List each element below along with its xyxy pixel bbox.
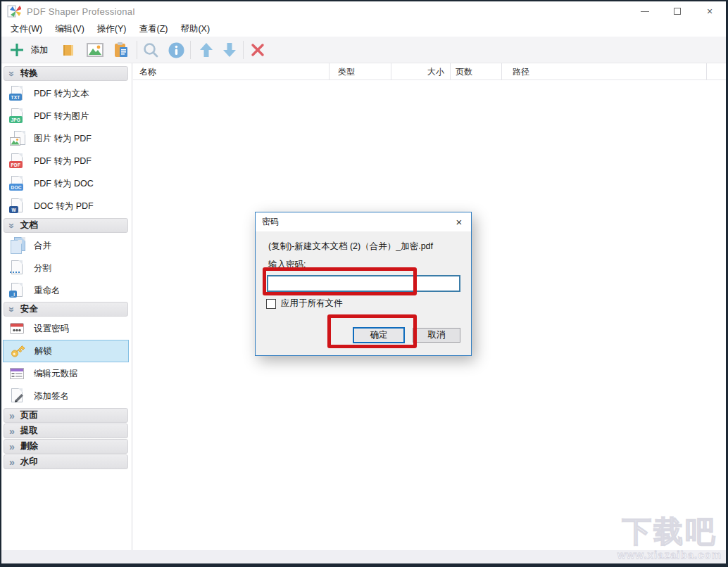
toolbar-separator xyxy=(243,41,244,59)
open-folder-button[interactable] xyxy=(61,37,80,63)
close-icon: × xyxy=(707,6,713,17)
info-icon xyxy=(168,42,184,58)
password-label: 输入密码: xyxy=(268,259,306,271)
section-label: 提取 xyxy=(20,425,38,437)
open-folder-icon xyxy=(62,42,79,58)
sidebar-item-pdf-to-doc[interactable]: DOC PDF 转为 DOC xyxy=(3,172,129,195)
remove-icon xyxy=(250,42,265,58)
menu-help[interactable]: 帮助(X) xyxy=(174,21,216,37)
password-dialog: 密码 × (复制)-新建文本文档 (2)（合并）_加密.pdf 输入密码: 应用… xyxy=(255,212,472,356)
section-header-watermark[interactable]: » 水印 xyxy=(4,454,128,469)
close-button[interactable]: × xyxy=(694,1,726,21)
paste-button[interactable] xyxy=(111,37,131,63)
sidebar-item-pdf-to-text[interactable]: TXT PDF 转为文本 xyxy=(3,82,129,105)
add-icon xyxy=(8,42,25,58)
chevron-collapsed-icon: » xyxy=(9,442,15,452)
dialog-title: 密码 xyxy=(256,216,279,228)
ok-button[interactable]: 确定 xyxy=(353,327,405,343)
section-label: 删除 xyxy=(20,440,38,452)
move-up-button[interactable] xyxy=(196,37,216,63)
column-header-type[interactable]: 类型 xyxy=(338,63,355,80)
doc-file-icon: DOC xyxy=(10,175,25,192)
sidebar-item-pdf-to-image[interactable]: JPG PDF 转为图片 xyxy=(3,105,129,127)
sidebar-item-add-signature[interactable]: 添加签名 xyxy=(3,385,129,407)
chevron-expanded-icon: » xyxy=(7,307,17,312)
apply-all-label: 应用于所有文件 xyxy=(281,298,343,310)
sidebar-item-pdf-to-pdf[interactable]: PDF PDF 转为 PDF xyxy=(3,150,129,172)
jpg-file-icon: JPG xyxy=(10,108,25,125)
toolbar: 添加 xyxy=(1,37,726,63)
app-logo-icon xyxy=(7,4,21,18)
apply-all-checkbox-row[interactable]: 应用于所有文件 xyxy=(266,298,343,310)
word-file-icon: W xyxy=(10,198,25,215)
apply-all-checkbox[interactable] xyxy=(266,299,276,309)
search-button[interactable] xyxy=(141,37,161,63)
minimize-icon xyxy=(641,11,649,12)
sidebar-item-set-password[interactable]: 设置密码 xyxy=(3,317,129,340)
move-down-icon xyxy=(222,42,237,58)
info-button[interactable] xyxy=(166,37,186,63)
section-label: 水印 xyxy=(20,456,38,468)
menu-actions[interactable]: 操作(Y) xyxy=(91,21,133,37)
maximize-icon xyxy=(674,8,681,15)
section-label: 页面 xyxy=(20,409,38,421)
menu-file[interactable]: 文件(W) xyxy=(4,21,49,37)
password-input[interactable] xyxy=(267,275,460,292)
sidebar-item-split[interactable]: 分割 xyxy=(3,257,129,279)
maximize-button[interactable] xyxy=(661,1,694,21)
menu-edit[interactable]: 编辑(V) xyxy=(49,21,91,37)
add-files-button[interactable] xyxy=(7,37,27,63)
add-image-button[interactable] xyxy=(85,37,105,63)
menu-view[interactable]: 查看(Z) xyxy=(132,21,174,37)
toolbar-separator xyxy=(137,41,137,59)
close-icon: × xyxy=(456,216,463,228)
split-icon xyxy=(10,260,25,276)
key-icon xyxy=(11,343,26,359)
section-label: 安全 xyxy=(20,303,38,315)
dialog-close-button[interactable]: × xyxy=(447,212,471,231)
section-header-pages[interactable]: » 页面 xyxy=(4,408,128,423)
toolbar-separator xyxy=(190,41,191,59)
dialog-title-bar: 密码 × xyxy=(256,212,471,231)
chevron-expanded-icon: » xyxy=(7,71,17,77)
sidebar-item-doc-to-pdf[interactable]: W DOC 转为 PDF xyxy=(3,195,129,217)
column-header-path[interactable]: 路径 xyxy=(513,63,529,80)
txt-file-icon: TXT xyxy=(10,85,25,102)
file-table-header: 名称 类型 大小 页数 路径 xyxy=(133,63,726,80)
add-image-icon xyxy=(87,43,103,57)
section-header-document[interactable]: » 文档 xyxy=(4,218,128,233)
status-bar xyxy=(1,550,726,563)
remove-button[interactable] xyxy=(248,37,268,63)
section-header-delete[interactable]: » 删除 xyxy=(4,439,128,454)
app-window: PDF Shaper Professional × 文件(W) 编辑(V) 操作… xyxy=(0,0,728,567)
metadata-icon xyxy=(10,365,25,382)
menu-bar: 文件(W) 编辑(V) 操作(Y) 查看(Z) 帮助(X) xyxy=(1,21,726,37)
sidebar-item-unlock[interactable]: 解锁 xyxy=(3,340,129,362)
section-header-convert[interactable]: » 转换 xyxy=(4,66,128,81)
section-header-security[interactable]: » 安全 xyxy=(4,302,128,317)
column-header-pages[interactable]: 页数 xyxy=(456,63,472,80)
sidebar-item-image-to-pdf[interactable]: 图片 转为 PDF xyxy=(3,127,129,150)
sidebar-item-merge[interactable]: 合并 xyxy=(3,234,129,257)
move-up-icon xyxy=(199,42,214,58)
window-title: PDF Shaper Professional xyxy=(27,6,135,17)
section-label: 文档 xyxy=(20,219,38,231)
chevron-expanded-icon: » xyxy=(7,223,17,229)
sidebar-item-rename[interactable]: _I 重命名 xyxy=(3,279,129,302)
search-icon xyxy=(142,42,159,58)
cancel-button[interactable]: 取消 xyxy=(413,328,460,343)
section-header-extract[interactable]: » 提取 xyxy=(4,423,128,438)
merge-icon xyxy=(10,237,25,254)
move-down-button[interactable] xyxy=(220,37,239,63)
add-files-label[interactable]: 添加 xyxy=(28,37,51,63)
column-header-name[interactable]: 名称 xyxy=(139,63,156,80)
pdf-file-icon: PDF xyxy=(10,153,25,170)
sidebar-item-edit-metadata[interactable]: 编辑元数据 xyxy=(3,362,129,385)
minimize-button[interactable] xyxy=(629,1,661,21)
rename-icon: _I xyxy=(10,282,25,299)
column-header-size[interactable]: 大小 xyxy=(391,63,444,80)
sidebar: » 转换 TXT PDF 转为文本 JPG PDF 转为图片 图片 转为 PDF… xyxy=(1,63,132,550)
chevron-collapsed-icon: » xyxy=(9,411,15,421)
dialog-filename: (复制)-新建文本文档 (2)（合并）_加密.pdf xyxy=(268,241,433,253)
signature-icon xyxy=(10,388,25,404)
